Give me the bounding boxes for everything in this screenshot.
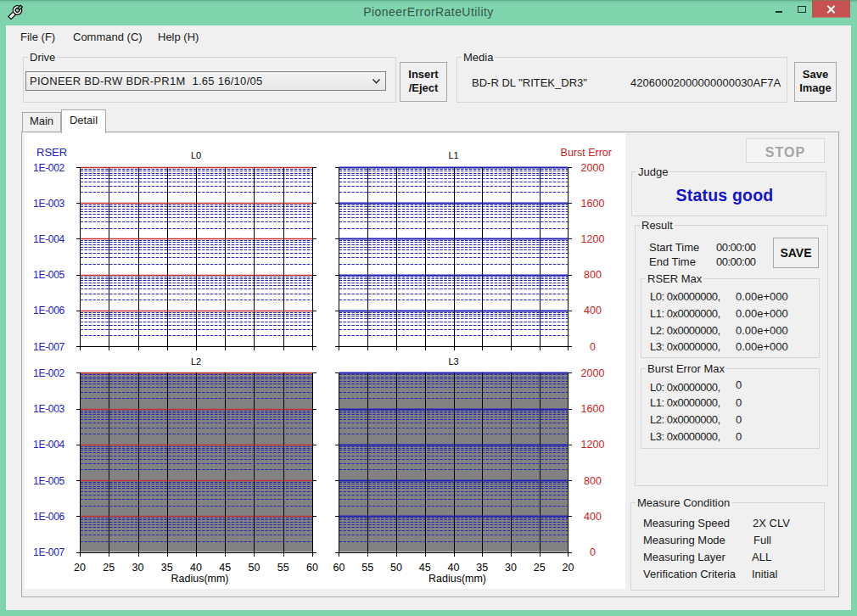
svg-text:800: 800 <box>584 475 602 487</box>
svg-text:55: 55 <box>277 562 289 574</box>
svg-text:L1: L1 <box>448 150 458 160</box>
svg-text:25: 25 <box>534 562 546 574</box>
svg-text:L2: L2 <box>191 356 201 367</box>
svg-text:0: 0 <box>590 546 596 558</box>
svg-text:30: 30 <box>132 562 144 574</box>
svg-text:1E-007: 1E-007 <box>33 341 65 353</box>
svg-text:1E-002: 1E-002 <box>33 162 65 174</box>
svg-text:RSER: RSER <box>36 146 67 159</box>
svg-text:1E-005: 1E-005 <box>33 475 65 487</box>
svg-text:20: 20 <box>563 562 574 574</box>
svg-text:1200: 1200 <box>581 233 605 245</box>
svg-text:2000: 2000 <box>581 162 605 174</box>
svg-text:50: 50 <box>249 562 260 574</box>
svg-text:1600: 1600 <box>581 198 605 210</box>
svg-text:400: 400 <box>584 305 602 316</box>
svg-text:800: 800 <box>584 269 602 281</box>
svg-text:50: 50 <box>390 562 402 574</box>
svg-text:Radius(mm): Radius(mm) <box>428 573 486 585</box>
svg-text:30: 30 <box>505 562 517 574</box>
svg-text:1E-004: 1E-004 <box>33 233 65 245</box>
svg-text:40: 40 <box>190 562 202 574</box>
svg-text:Burst Error: Burst Error <box>561 147 612 159</box>
svg-text:1E-006: 1E-006 <box>33 305 65 316</box>
svg-text:45: 45 <box>419 562 431 574</box>
svg-text:60: 60 <box>333 562 345 574</box>
svg-text:L0: L0 <box>191 150 201 160</box>
svg-text:60: 60 <box>306 562 318 574</box>
svg-text:1E-003: 1E-003 <box>33 403 65 415</box>
svg-text:Radius(mm): Radius(mm) <box>171 573 228 585</box>
svg-text:1E-007: 1E-007 <box>33 546 65 558</box>
svg-text:1E-003: 1E-003 <box>33 198 65 210</box>
svg-text:1E-002: 1E-002 <box>33 367 65 379</box>
svg-text:45: 45 <box>219 562 231 574</box>
svg-text:1E-004: 1E-004 <box>33 439 65 451</box>
svg-text:20: 20 <box>74 562 86 574</box>
svg-text:25: 25 <box>103 562 115 574</box>
svg-text:400: 400 <box>584 511 602 523</box>
svg-text:0: 0 <box>590 341 596 353</box>
svg-text:40: 40 <box>448 562 460 574</box>
svg-text:35: 35 <box>161 562 173 574</box>
svg-text:55: 55 <box>361 562 373 574</box>
svg-text:1E-006: 1E-006 <box>33 511 65 523</box>
svg-text:1600: 1600 <box>581 403 605 415</box>
svg-text:1200: 1200 <box>581 439 605 451</box>
svg-text:35: 35 <box>476 562 488 574</box>
svg-text:L3: L3 <box>448 356 458 367</box>
svg-text:1E-005: 1E-005 <box>33 269 65 281</box>
svg-text:2000: 2000 <box>581 367 605 379</box>
